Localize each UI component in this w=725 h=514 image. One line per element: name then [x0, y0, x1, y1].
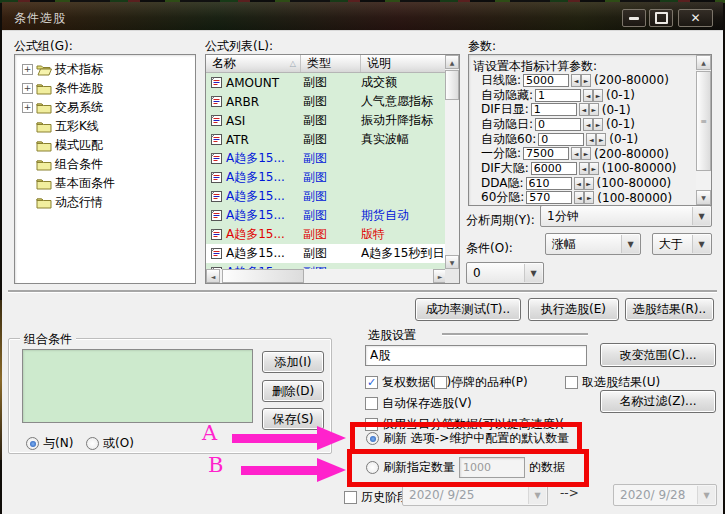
- param-spinner[interactable]: ◄ ►: [571, 147, 591, 160]
- formula-row[interactable]: A趋多15... 副图: [206, 168, 447, 187]
- refresh-specified-radio[interactable]: 刷新指定数量 的数据: [366, 457, 565, 478]
- tree-item[interactable]: + 动态行情: [15, 193, 195, 212]
- tree-item[interactable]: + 技术指标: [15, 60, 195, 79]
- refresh-default-radio[interactable]: 刷新 选项->维护中配置的默认数量: [366, 430, 569, 447]
- param-value-input[interactable]: [531, 162, 577, 175]
- horizontal-scrollbar[interactable]: ◄ ►: [206, 269, 447, 283]
- combined-condition-list[interactable]: [22, 349, 253, 423]
- spin-right-icon[interactable]: ►: [596, 133, 606, 146]
- param-value-input[interactable]: [526, 191, 572, 204]
- minimize-button[interactable]: [622, 9, 646, 27]
- scroll-down-icon[interactable]: ▼: [445, 255, 459, 269]
- param-value-input[interactable]: [523, 147, 569, 160]
- add-button[interactable]: 添加(I): [262, 351, 324, 373]
- param-spinner[interactable]: ◄ ►: [579, 103, 599, 116]
- and-radio[interactable]: 与(N): [26, 435, 73, 452]
- name-filter-button[interactable]: 名称过滤(Z)...: [600, 390, 716, 413]
- scroll-left-icon[interactable]: ◄: [206, 269, 220, 283]
- maximize-button[interactable]: [649, 9, 673, 27]
- spin-right-icon[interactable]: ►: [593, 118, 603, 131]
- radio-on-icon[interactable]: [366, 432, 379, 445]
- titlebar[interactable]: 条件选股 ✕: [2, 2, 723, 30]
- spin-left-icon[interactable]: ◄: [583, 118, 593, 131]
- spin-right-icon[interactable]: ►: [589, 103, 599, 116]
- param-value-input[interactable]: [538, 133, 584, 146]
- scroll-thumb[interactable]: [222, 269, 304, 283]
- condition-field-select[interactable]: 涨幅 ▼: [545, 233, 641, 255]
- suspended-stocks-checkbox[interactable]: 停牌的品种(P): [434, 374, 528, 391]
- expand-plus-icon[interactable]: +: [22, 102, 33, 113]
- radio-off-icon[interactable]: [366, 461, 379, 474]
- scroll-thumb[interactable]: ≡: [696, 71, 711, 171]
- tree-item[interactable]: + 交易系统: [15, 98, 195, 117]
- param-spinner[interactable]: ◄ ►: [571, 74, 591, 87]
- checkbox-icon[interactable]: [344, 491, 357, 504]
- formula-row[interactable]: ARBR 副图 人气意愿指标: [206, 92, 447, 111]
- delete-button[interactable]: 删除(D): [262, 380, 324, 402]
- param-value-input[interactable]: [526, 177, 572, 190]
- period-select[interactable]: 1分钟 ▼: [540, 205, 712, 227]
- success-rate-test-button[interactable]: 成功率测试(T)..: [415, 298, 521, 321]
- checkbox-icon[interactable]: [365, 397, 378, 410]
- tree-item[interactable]: + 基本面条件: [15, 174, 195, 193]
- checkbox-icon[interactable]: [565, 376, 578, 389]
- formula-row[interactable]: A趋多15... 副图: [206, 149, 447, 168]
- spin-left-icon[interactable]: ◄: [579, 103, 589, 116]
- params-scrollbar[interactable]: ▲ ≡ ▼: [696, 55, 711, 205]
- radio-on-icon[interactable]: [26, 437, 39, 450]
- date-to-select[interactable]: 2020/ 9/28 ▼: [613, 484, 717, 506]
- radio-off-icon[interactable]: [86, 437, 99, 450]
- scope-input[interactable]: [365, 345, 587, 366]
- or-radio[interactable]: 或(O): [86, 435, 134, 452]
- spin-right-icon[interactable]: ►: [581, 147, 591, 160]
- spin-right-icon[interactable]: ►: [584, 177, 594, 190]
- column-type[interactable]: 类型: [301, 55, 361, 72]
- param-spinner[interactable]: ◄ ►: [583, 118, 603, 131]
- expand-plus-icon[interactable]: +: [22, 83, 33, 94]
- spin-left-icon[interactable]: ◄: [571, 74, 581, 87]
- expand-plus-icon[interactable]: +: [22, 64, 33, 75]
- tree-item[interactable]: + 模式匹配: [15, 136, 195, 155]
- quantity-input[interactable]: [459, 457, 525, 478]
- column-name[interactable]: 名称 △: [206, 55, 301, 72]
- change-range-button[interactable]: 改变范围(C)...: [600, 343, 716, 367]
- spin-right-icon[interactable]: ►: [581, 74, 591, 87]
- param-spinner[interactable]: ◄ ►: [586, 133, 606, 146]
- vertical-scrollbar[interactable]: ▲ ▼: [445, 55, 459, 269]
- spin-right-icon[interactable]: ►: [593, 89, 603, 102]
- formula-row[interactable]: A趋多15... 副图 期货自动: [206, 206, 447, 225]
- column-desc[interactable]: 说明: [361, 55, 447, 72]
- scroll-up-icon[interactable]: ▲: [696, 55, 711, 70]
- list-header[interactable]: 名称 △ 类型 说明: [206, 55, 447, 73]
- formula-row[interactable]: ATR 副图 真实波幅: [206, 130, 447, 149]
- checkbox-checked-icon[interactable]: ✓: [365, 376, 378, 389]
- checkbox-icon[interactable]: [434, 376, 447, 389]
- tree-item[interactable]: + 条件选股: [15, 79, 195, 98]
- autosave-checkbox[interactable]: 自动保存选股(V): [365, 395, 472, 412]
- spin-left-icon[interactable]: ◄: [574, 177, 584, 190]
- param-spinner[interactable]: ◄ ►: [574, 191, 594, 204]
- condition-operator-select[interactable]: 大于 ▼: [652, 233, 712, 255]
- param-value-input[interactable]: [535, 89, 581, 102]
- run-selection-button[interactable]: 执行选股(E): [528, 298, 619, 321]
- param-spinner[interactable]: ◄ ►: [574, 177, 594, 190]
- param-value-input[interactable]: [535, 118, 581, 131]
- spin-left-icon[interactable]: ◄: [574, 191, 584, 204]
- spin-left-icon[interactable]: ◄: [586, 133, 596, 146]
- spin-left-icon[interactable]: ◄: [579, 162, 589, 175]
- take-result-checkbox[interactable]: 取选股结果(U): [565, 374, 660, 391]
- spin-left-icon[interactable]: ◄: [571, 147, 581, 160]
- selection-result-button[interactable]: 选股结果(R)..: [625, 298, 714, 321]
- param-spinner[interactable]: ◄ ►: [579, 162, 599, 175]
- close-button[interactable]: ✕: [678, 9, 713, 27]
- spin-right-icon[interactable]: ►: [589, 162, 599, 175]
- scroll-down-icon[interactable]: ▼: [696, 190, 711, 205]
- spin-left-icon[interactable]: ◄: [583, 89, 593, 102]
- param-spinner[interactable]: ◄ ►: [583, 89, 603, 102]
- param-value-input[interactable]: [531, 103, 577, 116]
- formula-row[interactable]: A趋多15... 副图 版特: [206, 225, 447, 244]
- scroll-thumb[interactable]: [445, 70, 459, 100]
- save-button[interactable]: 保存(S): [262, 408, 324, 430]
- param-value-input[interactable]: [523, 74, 569, 87]
- formula-row[interactable]: ASI 副图 振动升降指标: [206, 111, 447, 130]
